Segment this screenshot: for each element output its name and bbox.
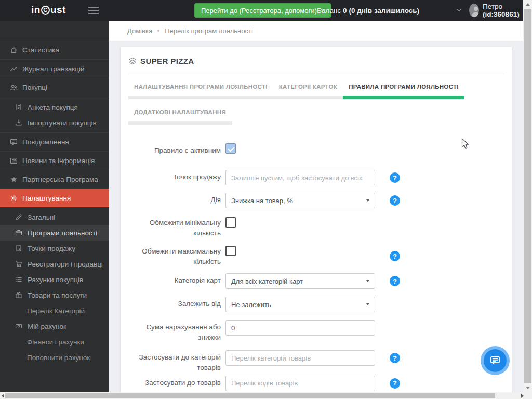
sidebar-item-partner-program[interactable]: Партнерська Програма (0, 170, 109, 189)
sidebar-item-import-customers[interactable]: Імпортувати покупців (0, 115, 109, 130)
menu-toggle-icon[interactable] (88, 7, 99, 14)
amount-input[interactable] (225, 320, 375, 336)
sidebar-item-registrars-sellers[interactable]: Реєстратори і продавці (0, 256, 109, 272)
tab-bar: НАЛАШТУВАННЯ ПРОГРАМИ ЛОЯЛЬНОСТІ КАТЕГОР… (128, 81, 515, 125)
limit-min-checkbox[interactable] (225, 217, 236, 228)
sidebar-item-category-list[interactable]: Перелік Категорій (0, 303, 109, 318)
help-icon[interactable]: ? (390, 353, 400, 363)
breadcrumb-current-page: Перелік програм лояльності (165, 27, 253, 35)
sidebar-item-my-account[interactable]: Мій рахунок (0, 318, 109, 334)
select-arrow-icon (366, 200, 369, 202)
language-selector[interactable] (441, 0, 461, 21)
logo-text-post: ust (50, 4, 66, 16)
general-settings-icon (15, 214, 23, 221)
page-title: SUPER PIZZA (140, 57, 194, 65)
goods-services-icon (15, 291, 23, 299)
registrars-icon (15, 260, 23, 268)
form-row-depends-on: Залежить від Не залежить (128, 297, 504, 312)
help-icon[interactable]: ? (390, 378, 400, 389)
apply-categories-input[interactable] (225, 350, 375, 366)
user-menu[interactable]: Петро (id:360861) (469, 0, 532, 21)
breadcrumb-separator (157, 30, 159, 32)
go-to-button-label: Перейти до (Реєстратора, допомоги) (201, 7, 317, 15)
top-bar: inCust Перейти до (Реєстратора, допомоги… (0, 0, 532, 21)
horizontal-scrollbar-thumb[interactable] (5, 393, 495, 398)
main-content: Домівка Перелік програм лояльності SUPER… (109, 21, 523, 392)
logo-text-pre: in (31, 4, 41, 16)
sidebar-item-statistics[interactable]: Статистика (0, 41, 109, 59)
breadcrumb-home-link[interactable]: Домівка (127, 27, 152, 35)
card-category-select[interactable]: Для всіх категорій карт (225, 273, 375, 289)
vertical-scrollbar-thumb[interactable] (524, 9, 531, 383)
scroll-up-icon[interactable] (526, 3, 530, 6)
sidebar-item-customer-form[interactable]: Анкета покупця (0, 99, 109, 115)
help-icon[interactable]: ? (390, 251, 400, 261)
ukraine-flag-icon (441, 7, 453, 15)
import-customers-icon (15, 119, 23, 126)
field-label: Правило є активним (128, 143, 221, 156)
form-row-action: Дія Знижка на товар, % ? (128, 193, 504, 208)
layers-icon (128, 57, 137, 65)
sidebar-item-customer-accounts[interactable]: Рахунки покупців (0, 272, 109, 287)
rule-active-checkbox[interactable] (225, 143, 236, 154)
scroll-down-icon[interactable] (526, 387, 530, 389)
sidebar-item-messages[interactable]: Повідомлення (0, 132, 109, 151)
field-label: Дія (128, 193, 221, 205)
horizontal-scrollbar[interactable] (0, 392, 532, 399)
program-header: SUPER PIZZA (128, 47, 504, 65)
go-to-dropdown-button[interactable]: Перейти до (Реєстратора, допомоги) (194, 3, 331, 18)
transactions-icon (9, 65, 18, 73)
program-card: SUPER PIZZA НАЛАШТУВАННЯ ПРОГРАМИ ЛОЯЛЬН… (121, 47, 512, 392)
help-icon[interactable]: ? (390, 172, 400, 183)
sidebar-item-loyalty-programs[interactable]: Програми лояльності (0, 225, 109, 241)
sidebar-item-top-up-account[interactable]: Поповнити рахунок (0, 350, 109, 365)
user-name: Петро (id:360861) (483, 3, 525, 18)
sidebar-item-general[interactable]: Загальні (0, 209, 109, 225)
rule-form: Правило є активним Точок продажу ? Дія З… (128, 143, 504, 391)
scroll-right-icon[interactable] (521, 394, 524, 398)
points-of-sale-input[interactable] (225, 170, 375, 185)
help-icon[interactable]: ? (390, 195, 400, 206)
sidebar-item-customers[interactable]: Покупці (0, 78, 109, 97)
chat-widget-button[interactable] (481, 346, 510, 375)
field-label: Категорія карт (128, 273, 221, 286)
field-label: Обмежити мінімальну кількість (128, 217, 221, 238)
sidebar-nav: Статистика Журнал транзакцій Покупці Анк… (0, 21, 109, 392)
settings-gear-icon (9, 194, 18, 202)
depends-on-select[interactable]: Не залежить (225, 297, 375, 312)
field-label: Залежить від (128, 297, 221, 309)
tab-loyalty-program-rules[interactable]: ПРАВИЛА ПРОГРАМИ ЛОЯЛЬНОСТІ (343, 81, 464, 99)
limit-max-checkbox[interactable] (225, 246, 236, 256)
help-icon[interactable]: ? (390, 276, 400, 286)
field-label: Сума нарахування або знижки (128, 320, 221, 342)
vertical-scrollbar[interactable] (523, 0, 532, 392)
sidebar-item-transactions-log[interactable]: Журнал транзакцій (0, 59, 109, 78)
form-row-apply-goods: Застосувати до товарів ? (128, 376, 504, 391)
tab-loyalty-program-settings[interactable]: НАЛАШТУВАННЯ ПРОГРАМИ ЛОЯЛЬНОСТІ (128, 81, 273, 99)
pos-icon (15, 245, 23, 252)
my-account-icon (15, 323, 23, 330)
sidebar-item-settings[interactable]: Налаштування (0, 189, 109, 207)
sidebar-item-finances-accounts[interactable]: Фінанси і рахунки (0, 334, 109, 350)
sidebar-item-points-of-sale[interactable]: Точки продажу (0, 241, 109, 256)
sidebar-item-news[interactable]: Новини та інформація (0, 151, 109, 170)
sidebar-item-goods-services[interactable]: Товари та послуги (0, 287, 109, 303)
select-arrow-icon (366, 280, 369, 282)
select-arrow-icon (366, 303, 369, 305)
form-row-apply-categories: Застосувати до категорій товарів ? (128, 350, 504, 373)
customer-form-icon (15, 103, 23, 111)
tab-additional-settings[interactable]: ДОДАТКОВІ НАЛАШТУВАННЯ (128, 106, 232, 125)
scroll-left-icon[interactable] (2, 394, 4, 398)
chat-bubble-icon (484, 349, 507, 372)
incust-logo[interactable]: inCust (31, 4, 66, 16)
tab-card-categories[interactable]: КАТЕГОРІЇ КАРТОК (273, 81, 343, 99)
messages-icon (9, 138, 18, 146)
partner-program-icon (9, 176, 18, 183)
loyalty-programs-icon (15, 229, 23, 236)
form-row-points-of-sale: Точок продажу ? (128, 170, 504, 185)
avatar (469, 4, 479, 17)
action-select[interactable]: Знижка на товар, % (225, 193, 375, 208)
form-row-amount: Сума нарахування або знижки (128, 320, 504, 342)
apply-goods-input[interactable] (225, 376, 375, 391)
news-icon (9, 157, 18, 165)
